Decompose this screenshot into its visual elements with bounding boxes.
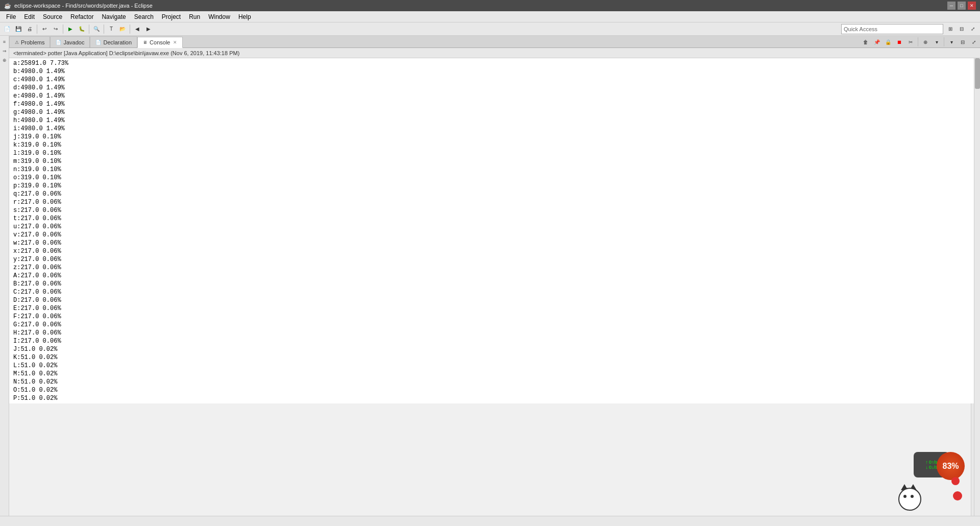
console-line: H:217.0 0.06% [13,329,976,337]
view-maximize[interactable]: ⤢ [969,37,979,47]
open-resource-button[interactable]: 📂 [117,24,128,34]
console-line: b:4980.0 1.49% [13,67,976,76]
console-line: c:4980.0 1.49% [13,76,976,84]
problems-icon: ⚠ [15,40,19,45]
menu-project[interactable]: Project [158,12,185,21]
close-button[interactable]: ✕ [968,2,976,10]
debug-button[interactable]: 🐛 [77,24,87,34]
toolbar-sep-2 [63,25,63,34]
console-status-bar: <terminated> potter [Java Application] D… [9,48,980,58]
view-minimize[interactable]: ⊟ [958,37,968,47]
next-edit-button[interactable]: ▶ [143,24,154,34]
view-menu-button[interactable]: ▾ [946,37,957,47]
console-output-wrapper: a:25891.0 7.73%b:4980.0 1.49%c:4980.0 1.… [9,58,980,516]
console-line: d:4980.0 1.49% [13,84,976,92]
tab-declaration[interactable]: 📄 Declaration [90,36,137,47]
console-pin-button[interactable]: 📌 [872,37,882,47]
console-terminate[interactable]: ⏹ [894,37,904,47]
menu-help[interactable]: Help [234,12,255,21]
left-side-btn-1[interactable]: ≡ [1,38,9,46]
console-line: o:319.0 0.10% [13,174,976,182]
menu-window[interactable]: Window [204,12,234,21]
tab-problems-label: Problems [21,39,44,45]
console-line: D:217.0 0.06% [13,296,976,304]
console-line: u:217.0 0.06% [13,223,976,231]
search-toolbar-button[interactable]: 🔍 [91,24,102,34]
console-close-icon[interactable]: ✕ [173,40,177,45]
maximize-view-button[interactable]: ⤢ [968,24,978,34]
console-line: m:319.0 0.10% [13,157,976,165]
console-line: G:217.0 0.06% [13,321,976,329]
view-button[interactable]: ⊟ [957,24,967,34]
menu-run[interactable]: Run [185,12,204,21]
quick-access-input[interactable]: Quick Access [841,24,943,34]
run-button[interactable]: ▶ [65,24,76,34]
console-line: A:217.0 0.06% [13,272,976,280]
menu-file[interactable]: File [2,12,20,21]
console-line: h:4980.0 1.49% [13,116,976,125]
console-line: q:217.0 0.06% [13,190,976,198]
console-line: g:4980.0 1.49% [13,108,976,116]
scrollbar-thumb[interactable] [975,58,980,89]
console-line: i:4980.0 1.49% [13,125,976,133]
console-remove-launched[interactable]: ✂ [905,37,916,47]
maximize-button[interactable]: □ [958,2,966,10]
new-button[interactable]: 📄 [2,24,12,34]
tab-bar: ⚠ Problems 📄 Javadoc 📄 Declaration 🖥 Con… [9,36,980,48]
console-line: f:4980.0 1.49% [13,100,976,108]
toolbar-right-icons: ⊞ ⊟ ⤢ [945,24,978,34]
quick-access-label: Quick Access [844,26,877,32]
console-line: z:217.0 0.06% [13,264,976,272]
menu-source[interactable]: Source [39,12,66,21]
left-side-btn-2[interactable]: ⇒ [1,47,9,55]
toolbar-sep-3 [89,25,89,34]
tab-problems[interactable]: ⚠ Problems [9,36,50,47]
save-button[interactable]: 💾 [13,24,23,34]
console-line: j:319.0 0.10% [13,133,976,141]
main-area: ⚠ Problems 📄 Javadoc 📄 Declaration 🖥 Con… [9,36,980,516]
console-scroll-lock[interactable]: 🔒 [883,37,893,47]
console-dropdown[interactable]: ▾ [932,37,942,47]
print-button[interactable]: 🖨 [24,24,35,34]
console-line: L:51.0 0.02% [13,362,976,370]
menu-refactor[interactable]: Refactor [66,12,97,21]
scrollbar-track[interactable] [974,58,980,516]
perspective-button[interactable]: ⊞ [945,24,955,34]
undo-button[interactable]: ↩ [39,24,50,34]
menu-navigate[interactable]: Navigate [97,12,130,21]
tab-javadoc[interactable]: 📄 Javadoc [50,36,90,47]
prev-edit-button[interactable]: ◀ [132,24,142,34]
console-line: J:51.0 0.02% [13,345,976,353]
tab-declaration-label: Declaration [103,39,132,45]
menu-search[interactable]: Search [130,12,158,21]
console-output[interactable]: a:25891.0 7.73%b:4980.0 1.49%c:4980.0 1.… [9,58,980,403]
toolbar: 📄 💾 🖨 ↩ ↪ ▶ 🐛 🔍 T 📂 ◀ ▶ Quick Access ⊞ ⊟… [0,22,980,36]
toolbar-sep-1 [37,25,37,34]
console-line: w:217.0 0.06% [13,239,976,247]
tab-sep-1 [918,37,918,46]
console-line: s:217.0 0.06% [13,206,976,214]
open-type-button[interactable]: T [106,24,116,34]
left-sidebar: ≡ ⇒ ⊕ [0,36,9,516]
console-line: a:25891.0 7.73% [13,59,976,67]
window-title: eclipse-workspace - Find/src/words/potte… [14,3,153,9]
tab-console[interactable]: 🖥 Console ✕ [137,37,183,48]
tab-toolbar-right: 🗑 📌 🔒 ⏹ ✂ ⊕ ▾ ▾ ⊟ ⤢ [861,37,979,47]
minimize-button[interactable]: ─ [947,2,955,10]
toolbar-sep-4 [104,25,104,34]
console-line: x:217.0 0.06% [13,247,976,255]
console-line: N:51.0 0.02% [13,378,976,386]
console-line: M:51.0 0.02% [13,370,976,378]
console-icon: 🖥 [143,40,148,45]
status-bar [0,516,980,526]
console-line: p:319.0 0.10% [13,182,976,190]
javadoc-icon: 📄 [56,40,61,45]
toolbar-sep-5 [130,25,130,34]
left-side-btn-3[interactable]: ⊕ [1,56,9,64]
console-clear-button[interactable]: 🗑 [861,37,871,47]
tab-sep-2 [944,37,944,46]
console-line: K:51.0 0.02% [13,353,976,362]
menu-edit[interactable]: Edit [20,12,39,21]
redo-button[interactable]: ↪ [51,24,61,34]
console-open-console[interactable]: ⊕ [920,37,930,47]
